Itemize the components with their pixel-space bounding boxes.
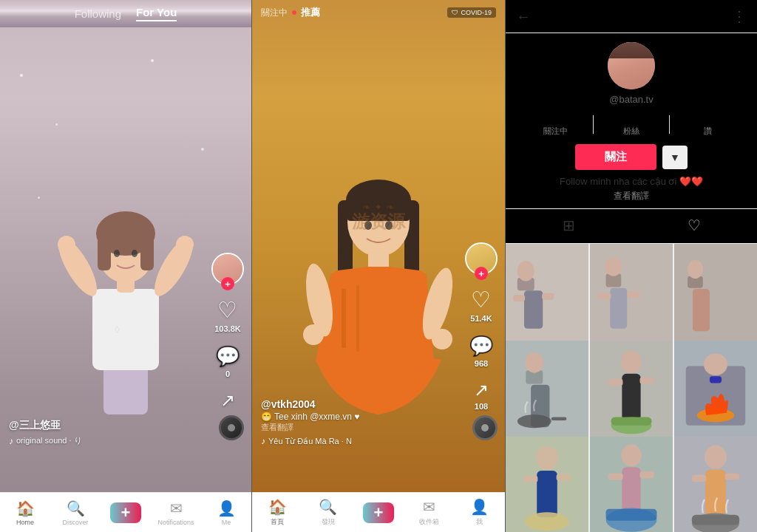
follow-plus-badge-2[interactable]: +	[475, 267, 488, 280]
video-grid: ▶ 11.9K ▶ 30.6K	[506, 244, 757, 532]
svg-rect-65	[523, 476, 538, 482]
svg-point-9	[114, 250, 120, 257]
svg-rect-7	[98, 233, 111, 270]
svg-rect-40	[674, 244, 757, 354]
live-following-label: 關注中	[261, 7, 288, 19]
like-button[interactable]: ♡ 103.8K	[214, 297, 240, 333]
music-note-icon: ♪	[9, 436, 13, 446]
translate-link[interactable]: 查看翻譯	[614, 190, 649, 202]
svg-rect-39	[627, 291, 639, 298]
svg-rect-71	[608, 474, 623, 480]
svg-point-20	[385, 221, 393, 230]
svg-point-48	[517, 415, 551, 428]
nav-inbox-mid[interactable]: ✉ 收件箱	[404, 498, 454, 527]
create-button-mid[interactable]: +	[363, 502, 394, 523]
svg-rect-49	[551, 417, 567, 420]
recommend-label: 推薦	[301, 6, 320, 19]
like-button-2[interactable]: ♡ 51.4K	[470, 287, 492, 323]
stat-likes[interactable]: 407.0K 讚	[670, 112, 745, 137]
dropdown-button[interactable]: ▼	[662, 146, 688, 169]
translate-link-middle[interactable]: 查看翻譯	[261, 422, 453, 433]
svg-rect-56	[611, 417, 651, 425]
svg-point-19	[364, 221, 372, 230]
grid-item-8[interactable]: ▶ 1.8M	[674, 437, 757, 532]
nav-me-mid[interactable]: 👤 我	[455, 498, 505, 527]
svg-rect-22	[342, 289, 346, 348]
follow-button[interactable]: 關注	[575, 144, 656, 170]
stat-following[interactable]: 4 關注中	[517, 112, 593, 137]
creator-avatar-2[interactable]: +	[465, 242, 498, 275]
sound-label-2: Yêu Từ Đầu Mà Ra · N	[268, 437, 352, 446]
tab-liked[interactable]: ♡	[631, 209, 757, 243]
video-info: @三上悠亜 ♪ original sound · り	[9, 419, 200, 446]
music-disc-2	[472, 415, 498, 440]
sound-label: original sound · り	[16, 435, 82, 446]
nav-profile[interactable]: 👤 Me	[201, 499, 251, 526]
creator-avatar[interactable]: +	[211, 253, 244, 285]
bio-text: Follow minh nha các cậu ơi ❤️❤️	[560, 176, 703, 187]
comment-button-2[interactable]: 💬 968	[469, 335, 493, 368]
svg-rect-54	[639, 377, 654, 383]
svg-rect-8	[140, 233, 154, 270]
svg-rect-18	[347, 206, 410, 221]
profile-header: ← Linh Hee ⋮	[506, 0, 757, 33]
grid-item-6[interactable]: ▶ 22.6K	[506, 437, 588, 532]
svg-text:◊: ◊	[115, 324, 120, 335]
music-note-icon-2: ♪	[261, 436, 265, 446]
svg-rect-43	[693, 289, 710, 331]
follow-row: 關注 ▼	[575, 144, 688, 170]
create-button[interactable]: +	[110, 502, 141, 523]
svg-rect-79	[725, 474, 740, 480]
following-tab[interactable]: Following	[75, 7, 121, 20]
profile-info: @batan.tv 4 關注中 72.1K 粉絲 407.0K 讚 關注	[506, 33, 757, 209]
nav-home[interactable]: 🏠 Home	[0, 499, 50, 526]
profile-handle: @batan.tv	[609, 94, 653, 105]
follow-plus-badge[interactable]: +	[221, 277, 234, 290]
svg-rect-74	[606, 509, 657, 521]
grid-item-0[interactable]: ▶ 11.9K	[506, 244, 588, 354]
svg-point-30	[517, 261, 534, 282]
grid-item-2[interactable]: ▶	[674, 244, 757, 354]
nav-discover-mid[interactable]: 🔍 發現	[302, 498, 353, 527]
svg-point-67	[525, 513, 569, 531]
svg-rect-60	[710, 376, 722, 383]
svg-rect-78	[692, 475, 707, 482]
nav-discover[interactable]: 🔍 Discover	[50, 499, 101, 526]
svg-rect-70	[622, 468, 640, 515]
grid-item-3[interactable]: ▶ 2.1K	[506, 341, 588, 451]
grid-item-1[interactable]: ▶ 30.6K	[590, 244, 673, 354]
nav-create-mid[interactable]: +	[353, 502, 404, 523]
share-button-2[interactable]: ↗ 108	[474, 380, 489, 411]
grid-item-7[interactable]: ▶	[590, 437, 673, 532]
nav-create[interactable]: +	[101, 502, 151, 523]
username: @三上悠亜	[9, 419, 200, 432]
nav-home-mid[interactable]: 🏠 首頁	[252, 498, 302, 527]
stats-row: 4 關注中 72.1K 粉絲 407.0K 讚	[517, 112, 745, 137]
svg-point-69	[621, 445, 642, 467]
svg-rect-23	[356, 285, 359, 352]
svg-rect-33	[542, 293, 554, 300]
caption: 😁 Tee xinh @xxme.vn ♥	[261, 412, 453, 422]
svg-rect-1	[92, 289, 159, 370]
svg-point-59	[704, 353, 727, 375]
more-button[interactable]: ⋮	[732, 7, 747, 25]
back-button[interactable]: ←	[516, 8, 531, 25]
heart-icon: ♡	[688, 216, 701, 234]
video-info-2: @vtkh2004 😁 Tee xinh @xxme.vn ♥ 查看翻譯 ♪ Y…	[261, 398, 453, 446]
svg-rect-38	[598, 293, 611, 300]
tab-videos[interactable]: ⊞	[506, 209, 631, 243]
svg-point-46	[525, 352, 543, 373]
for-you-tab[interactable]: For You	[136, 6, 177, 21]
left-bottom-nav: 🏠 Home 🔍 Discover + ✉ Notifications 👤 Me	[0, 492, 251, 532]
comment-button[interactable]: 💬 0	[216, 345, 240, 378]
middle-bottom-nav: 🏠 首頁 🔍 發現 + ✉ 收件箱 👤 我	[252, 492, 505, 532]
grid-item-4[interactable]: ▶ 15.6K	[590, 341, 673, 451]
live-indicator	[292, 10, 296, 15]
profile-tabs: ⊞ ♡	[506, 209, 757, 244]
nav-notifications[interactable]: ✉ Notifications	[151, 499, 201, 526]
grid-item-5[interactable]: ▶ 14.6K	[674, 341, 757, 451]
profile-title: Linh Hee	[606, 10, 656, 23]
stat-followers[interactable]: 72.1K 粉絲	[594, 112, 669, 137]
share-button[interactable]: ↗	[220, 390, 235, 411]
grid-icon: ⊞	[563, 216, 575, 234]
